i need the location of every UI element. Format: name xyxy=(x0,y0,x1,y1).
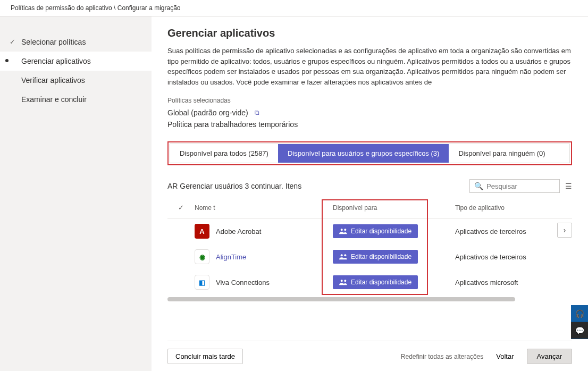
main-content: Gerenciar aplicativos Suas políticas de … xyxy=(152,16,588,371)
back-button[interactable]: Voltar xyxy=(489,349,521,364)
policy-temp-workers: Política para trabalhadores temporários xyxy=(167,120,572,129)
selected-policies-label: Políticas selecionadas xyxy=(167,97,572,104)
wizard-sidebar: Selecionar políticas Gerenciar aplicativ… xyxy=(0,16,152,371)
people-icon xyxy=(339,254,348,260)
feedback-chat-icon[interactable]: 💬 xyxy=(571,322,588,339)
sort-indicator: t xyxy=(213,204,215,212)
breadcrumb: Políticas de permissão do aplicativo \ C… xyxy=(0,0,588,16)
svg-point-0 xyxy=(341,229,343,231)
people-icon xyxy=(339,279,348,285)
reset-changes-link[interactable]: Redefinir todas as alterações xyxy=(401,353,483,360)
horizontal-scrollbar[interactable] xyxy=(167,297,515,301)
table-row[interactable]: ◧ Viva Connections Editar disponibilidad… xyxy=(167,269,572,295)
policy-name: Política para trabalhadores temporários xyxy=(167,120,298,129)
people-icon xyxy=(339,228,348,234)
tab-available-all[interactable]: Disponível para todos (2587) xyxy=(170,144,278,163)
app-icon-acrobat: A xyxy=(195,224,209,239)
next-button[interactable]: Avançar xyxy=(527,349,572,364)
scroll-right-button[interactable]: › xyxy=(557,223,572,238)
svg-point-5 xyxy=(344,280,346,282)
step-manage-apps[interactable]: Gerenciar aplicativos xyxy=(0,52,152,71)
column-type[interactable]: Tipo de aplicativo xyxy=(450,197,572,218)
app-name-link[interactable]: AlignTime xyxy=(216,253,246,261)
tab-available-specific[interactable]: Disponível para usuários e grupos especí… xyxy=(278,144,449,163)
app-name: Adobe Acrobat xyxy=(216,227,261,235)
toolbar-text: AR Gerenciar usuários 3 continuar. Itens xyxy=(167,182,301,190)
app-type: Aplicativos de terceiros xyxy=(450,218,572,244)
app-type: Aplicativos de terceiros xyxy=(450,244,572,269)
step-verify-apps[interactable]: Verificar aplicativos xyxy=(0,71,152,90)
svg-point-2 xyxy=(341,254,343,256)
apps-table-area: › ✓ Nome t Disponível para Tipo de aplic… xyxy=(167,197,572,301)
svg-point-4 xyxy=(341,280,343,282)
help-headset-icon[interactable]: 🎧 xyxy=(571,305,588,322)
tab-available-none[interactable]: Disponível para ninguém (0) xyxy=(449,144,555,163)
table-row[interactable]: ◉ AlignTime Editar disponibilidade Aplic… xyxy=(167,244,572,269)
app-type: Aplicativos microsoft xyxy=(450,269,572,295)
step-review-finish[interactable]: Examinar e concluir xyxy=(0,90,152,109)
search-input[interactable] xyxy=(486,182,555,190)
apps-table: ✓ Nome t Disponível para Tipo de aplicat… xyxy=(167,197,572,295)
search-icon: 🔍 xyxy=(474,182,483,190)
app-icon-aligntime: ◉ xyxy=(195,249,209,264)
wizard-footer: Concluir mais tarde Redefinir todas as a… xyxy=(167,341,572,371)
svg-point-1 xyxy=(344,229,346,231)
edit-availability-button[interactable]: Editar disponibilidade xyxy=(333,250,418,264)
column-available[interactable]: Disponível para xyxy=(327,197,450,218)
table-toolbar: AR Gerenciar usuários 3 continuar. Itens… xyxy=(167,175,572,197)
app-name: Viva Connections xyxy=(216,279,270,286)
search-box[interactable]: 🔍 xyxy=(469,179,560,193)
edit-availability-button[interactable]: Editar disponibilidade xyxy=(333,224,418,238)
app-icon-viva: ◧ xyxy=(195,275,209,290)
page-description: Suas políticas de permissão de aplicativ… xyxy=(167,46,572,87)
step-select-policies[interactable]: Selecionar políticas xyxy=(0,32,152,52)
page-title: Gerenciar aplicativos xyxy=(167,27,572,39)
external-link-icon[interactable]: ⧉ xyxy=(255,109,259,116)
select-all-check-icon[interactable]: ✓ xyxy=(178,204,184,212)
table-row[interactable]: A Adobe Acrobat Editar disponibilidade A… xyxy=(167,218,572,244)
edit-availability-button[interactable]: Editar disponibilidade xyxy=(333,275,418,289)
svg-point-3 xyxy=(344,254,346,256)
policy-global: Global (padrão org-vide) ⧉ xyxy=(167,108,572,117)
filter-icon[interactable]: ☰ xyxy=(565,182,572,190)
policy-name: Global (padrão org-vide) xyxy=(167,108,248,117)
availability-tabs: Disponível para todos (2587) Disponível … xyxy=(170,144,570,163)
finish-later-button[interactable]: Concluir mais tarde xyxy=(167,349,243,364)
column-name[interactable]: Nome t xyxy=(189,197,327,218)
side-action-bar: 🎧 💬 xyxy=(571,305,588,339)
tabs-highlight-box: Disponível para todos (2587) Disponível … xyxy=(167,141,572,165)
